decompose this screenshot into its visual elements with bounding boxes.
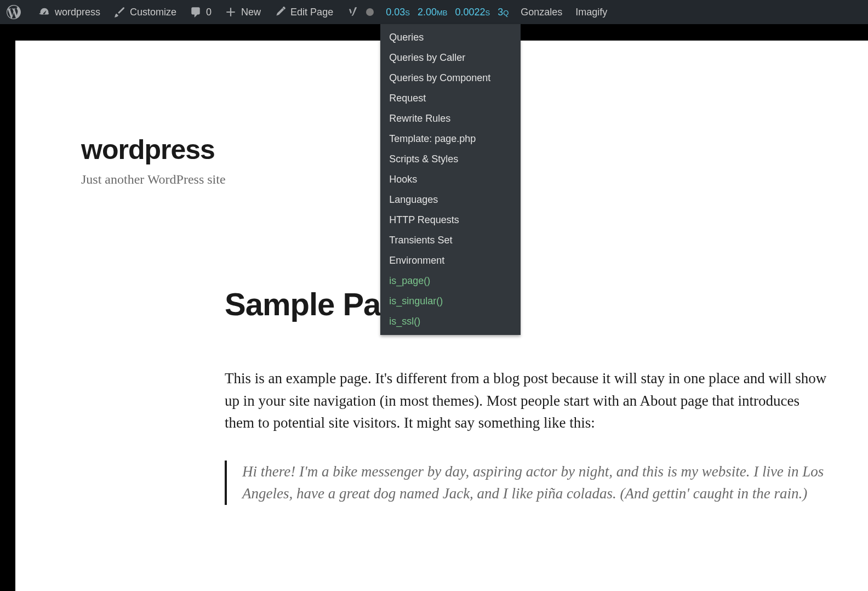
new-menu[interactable]: New	[218, 0, 267, 24]
gonzales-menu[interactable]: Gonzales	[514, 0, 569, 24]
yoast-status-dot	[366, 8, 374, 16]
comments-menu[interactable]: 0	[183, 0, 218, 24]
site-name-menu[interactable]: wordpress	[32, 0, 107, 24]
qm-menu-item[interactable]: Request	[380, 88, 521, 109]
dashboard-icon	[38, 6, 50, 18]
imagify-menu[interactable]: Imagify	[569, 0, 614, 24]
qm-menu-item[interactable]: is_page()	[380, 271, 521, 291]
entry-content: Sample Page This is an example page. It'…	[225, 286, 827, 505]
qm-menu-item[interactable]: Rewrite Rules	[380, 109, 521, 129]
query-monitor-dropdown: QueriesQueries by CallerQueries by Compo…	[380, 24, 521, 335]
comments-icon	[190, 6, 202, 18]
gonzales-label: Gonzales	[521, 7, 562, 18]
imagify-label: Imagify	[575, 7, 607, 18]
edit-icon	[274, 6, 286, 18]
customize-label: Customize	[130, 7, 176, 18]
yoast-icon	[346, 6, 358, 18]
page-title: Sample Page	[225, 286, 827, 322]
qm-menu-item[interactable]: Transients Set	[380, 230, 521, 251]
blockquote: Hi there! I'm a bike messenger by day, a…	[225, 461, 827, 505]
yoast-menu[interactable]	[340, 0, 380, 24]
qm-menu-item[interactable]: HTTP Requests	[380, 210, 521, 230]
wordpress-icon	[7, 5, 21, 19]
customize-menu[interactable]: Customize	[107, 0, 183, 24]
page-body-paragraph: This is an example page. It's different …	[225, 367, 827, 434]
qm-memory: 2.00MB	[418, 7, 448, 18]
qm-menu-item[interactable]: Hooks	[380, 169, 521, 190]
site-name-label: wordpress	[55, 7, 100, 18]
qm-menu-item[interactable]: Environment	[380, 251, 521, 271]
comments-count: 0	[206, 7, 212, 18]
edit-page-menu[interactable]: Edit Page	[267, 0, 340, 24]
qm-menu-item[interactable]: Queries by Component	[380, 68, 521, 88]
qm-queries: 3Q	[498, 7, 509, 18]
qm-menu-item[interactable]: is_singular()	[380, 291, 521, 311]
qm-db-time: 0.0022S	[455, 7, 490, 18]
qm-menu-item[interactable]: is_ssl()	[380, 311, 521, 332]
qm-menu-item[interactable]: Languages	[380, 190, 521, 210]
qm-menu-item[interactable]: Queries by Caller	[380, 48, 521, 68]
admin-bar: wordpress Customize 0 New Edit Page 0.03…	[0, 0, 868, 24]
qm-menu-item[interactable]: Template: page.php	[380, 129, 521, 149]
qm-menu-item[interactable]: Queries	[380, 27, 521, 48]
qm-time: 0.03S	[386, 7, 410, 18]
new-label: New	[241, 7, 261, 18]
plus-icon	[225, 6, 237, 18]
query-monitor-stats[interactable]: 0.03S 2.00MB 0.0022S 3Q QueriesQueries b…	[380, 0, 514, 24]
edit-page-label: Edit Page	[290, 7, 333, 18]
customize-icon	[113, 6, 125, 18]
wp-logo-menu[interactable]	[0, 0, 32, 24]
qm-menu-item[interactable]: Scripts & Styles	[380, 149, 521, 169]
